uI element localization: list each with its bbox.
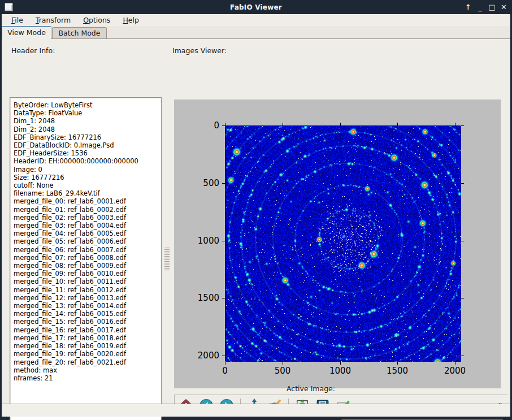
tick-mark: [225, 123, 225, 125]
fabio-viewer-window: FabIO Viewer ↑ _ □ ✕ File Transform Opti…: [0, 0, 512, 420]
ytick-0: 0: [184, 120, 219, 131]
xtick-500: 500: [264, 366, 301, 376]
splitter-handle[interactable]: [164, 248, 170, 271]
maximize-button[interactable]: □: [487, 2, 497, 12]
tab-batch-mode[interactable]: Batch Mode: [52, 27, 107, 38]
figure-canvas[interactable]: 0 500 1000 1500 2000 0 500 1000 1500 200…: [174, 99, 501, 388]
tick-mark: [222, 125, 225, 126]
tick-mark: [455, 362, 455, 365]
tab-view-mode[interactable]: View Mode: [2, 26, 51, 39]
diffraction-image[interactable]: [225, 126, 461, 362]
ytick-1000: 1000: [184, 236, 219, 246]
ytick-500: 500: [184, 178, 219, 188]
menu-file[interactable]: File: [5, 15, 29, 26]
tick-mark: [461, 183, 464, 184]
tick-mark: [222, 241, 225, 241]
view-mode-pane: Header Info: ByteOrder: LowByteFirst Dat…: [2, 38, 510, 404]
menu-help[interactable]: Help: [116, 15, 145, 26]
ytick-2000: 2000: [184, 350, 219, 361]
window-title: FabIO Viewer: [0, 3, 512, 11]
tick-mark: [461, 356, 464, 356]
ytick-1500: 1500: [184, 293, 219, 303]
status-bar: [2, 404, 510, 417]
tick-mark: [397, 362, 398, 365]
menu-options[interactable]: Options: [77, 15, 116, 26]
window-controls: ↑ _ □ ✕: [463, 0, 509, 14]
tick-mark: [397, 123, 398, 125]
tick-mark: [225, 362, 225, 365]
header-info-label: Header Info:: [11, 46, 55, 55]
xtick-1000: 1000: [322, 366, 358, 376]
tick-mark: [461, 125, 464, 126]
xtick-2000: 2000: [437, 366, 473, 376]
active-image-label: Active Image:: [287, 384, 335, 393]
xtick-0: 0: [207, 366, 243, 376]
menu-bar: File Transform Options Help: [2, 14, 510, 26]
menu-transform[interactable]: Transform: [29, 15, 77, 26]
tick-mark: [222, 298, 225, 298]
xtick-1500: 1500: [379, 366, 415, 376]
tick-mark: [283, 362, 283, 365]
tick-mark: [340, 123, 341, 125]
close-button[interactable]: ✕: [499, 2, 509, 12]
title-bar[interactable]: FabIO Viewer ↑ _ □ ✕: [0, 0, 512, 14]
tick-mark: [461, 298, 464, 298]
minimize-button[interactable]: _: [475, 2, 485, 12]
tick-mark: [455, 123, 455, 125]
tick-mark: [283, 123, 283, 125]
tick-mark: [222, 356, 225, 356]
images-viewer-label: Images Viewer:: [172, 46, 227, 55]
tab-bar: View Mode Batch Mode: [2, 26, 510, 38]
header-info-box[interactable]: ByteOrder: LowByteFirst DataType: FloatV…: [10, 97, 162, 420]
tick-mark: [222, 183, 225, 184]
window-icon[interactable]: [5, 3, 13, 11]
header-info-text: ByteOrder: LowByteFirst DataType: FloatV…: [14, 101, 158, 382]
tick-mark: [461, 241, 464, 241]
raise-window-button[interactable]: ↑: [463, 2, 473, 12]
plot-area[interactable]: [225, 125, 461, 361]
tick-mark: [340, 362, 341, 365]
